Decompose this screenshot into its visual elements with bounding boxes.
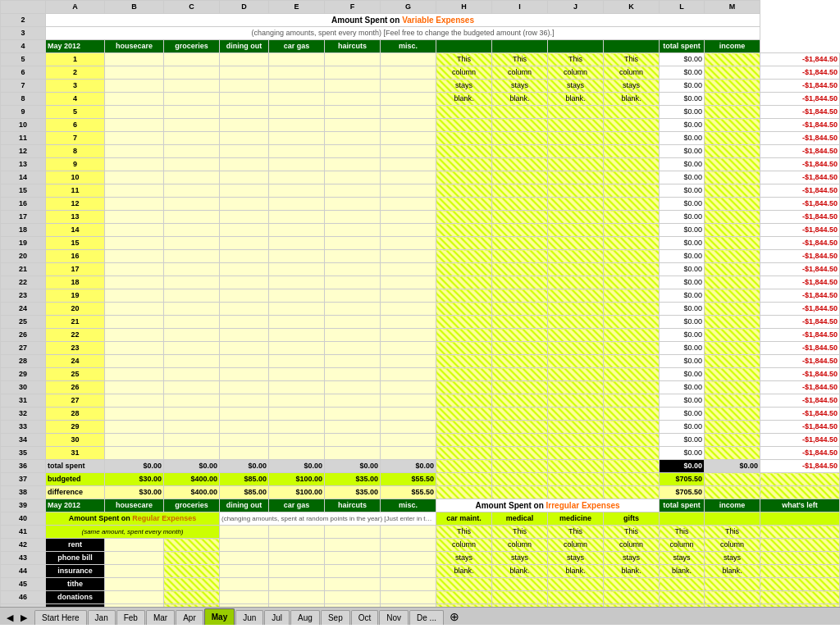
budgeted-d[interactable]: $85.00: [220, 473, 269, 486]
tab-start-here[interactable]: Start Here: [34, 610, 87, 625]
tab-navigation-left[interactable]: ◀: [3, 611, 16, 625]
day2-e[interactable]: [269, 66, 325, 80]
day2-b[interactable]: [105, 66, 164, 80]
budgeted-c[interactable]: $400.00: [164, 473, 220, 486]
day4-c[interactable]: [164, 93, 220, 106]
day1-k-this: This: [604, 53, 660, 66]
phone-label: phone bill: [46, 552, 105, 565]
row-2-num: 2: [1, 14, 46, 27]
col-J: J: [548, 1, 604, 14]
tab-bar: ◀ ▶ Start Here Jan Feb Mar Apr May Jun J…: [0, 607, 840, 625]
tab-sep[interactable]: Sep: [321, 610, 350, 625]
day2-d[interactable]: [220, 66, 269, 80]
tab-aug[interactable]: Aug: [290, 610, 320, 625]
diff-l: $705.50: [660, 486, 705, 499]
col-I: I: [492, 1, 548, 14]
regular-expenses-title: Amount Spent on Regular Expenses: [46, 512, 220, 526]
day2-f[interactable]: [325, 66, 381, 80]
day3-d[interactable]: [220, 80, 269, 93]
tab-oct[interactable]: Oct: [351, 610, 379, 625]
spreadsheet: A B C D E F G H I J K L M 2 Amount Spent…: [0, 0, 840, 607]
day4-f[interactable]: [325, 93, 381, 106]
day2-g[interactable]: [381, 66, 436, 80]
tab-feb[interactable]: Feb: [116, 610, 145, 625]
day3-g[interactable]: [381, 80, 436, 93]
day3-c[interactable]: [164, 80, 220, 93]
tab-navigation-right[interactable]: ▶: [17, 611, 30, 625]
tab-may[interactable]: May: [204, 608, 235, 625]
day3-whats-left: -$1,844.50: [760, 80, 840, 93]
total-spent-row-label: total spent: [46, 460, 105, 473]
day3-total: $0.00: [660, 80, 705, 93]
housecare-label: housecare: [105, 40, 164, 53]
blank-col-i: [492, 40, 548, 53]
day1-c[interactable]: [164, 53, 220, 66]
tab-add[interactable]: ⊕: [446, 608, 463, 625]
tab-jun[interactable]: Jun: [235, 610, 263, 625]
difference-label: difference: [46, 486, 105, 499]
diff-d: $85.00: [220, 486, 269, 499]
day1-m: [705, 53, 760, 66]
day1-g[interactable]: [381, 53, 436, 66]
total-k: $0.00: [660, 460, 705, 473]
col-M: M: [705, 1, 760, 14]
day1-j-this: This: [548, 53, 604, 66]
day2-m: [705, 66, 760, 80]
day2-h-col: column: [436, 66, 492, 80]
blank-col-j: [548, 40, 604, 53]
day1-d[interactable]: [220, 53, 269, 66]
row-7-num: 7: [1, 80, 46, 93]
blank-col-h: [436, 40, 492, 53]
budgeted-f[interactable]: $35.00: [325, 473, 381, 486]
tab-jan[interactable]: Jan: [88, 610, 116, 625]
budgeted-b[interactable]: $30.00: [105, 473, 164, 486]
month-label: May 2012: [46, 40, 105, 53]
day4-e[interactable]: [269, 93, 325, 106]
day4-m: [705, 93, 760, 106]
day4-i-blank: blank.: [492, 93, 548, 106]
diff-e: $100.00: [269, 486, 325, 499]
day2-c[interactable]: [164, 66, 220, 80]
diff-b: $30.00: [105, 486, 164, 499]
day2-i-col: column: [492, 66, 548, 80]
diff-g: $55.50: [381, 486, 436, 499]
tab-jul[interactable]: Jul: [264, 610, 290, 625]
irregular-title-row: Amount Spent on Irregular Expenses: [436, 499, 660, 512]
total-spent-label: total spent: [660, 40, 705, 53]
col-A: A: [46, 1, 105, 14]
total-f: $0.00: [325, 460, 381, 473]
day3-h-stays: stays: [436, 80, 492, 93]
car-gas-label: car gas: [269, 40, 325, 53]
day1-b[interactable]: [105, 53, 164, 66]
row-8-num: 8: [1, 93, 46, 106]
day4-g[interactable]: [381, 93, 436, 106]
tab-mar[interactable]: Mar: [146, 610, 175, 625]
day3-b[interactable]: [105, 80, 164, 93]
day4-total: $0.00: [660, 93, 705, 106]
col-G: G: [381, 1, 436, 14]
total-c: $0.00: [164, 460, 220, 473]
day4-d[interactable]: [220, 93, 269, 106]
day2-total: $0.00: [660, 66, 705, 80]
day1-total: $0.00: [660, 53, 705, 66]
budgeted-g[interactable]: $55.50: [381, 473, 436, 486]
col-E: E: [269, 1, 325, 14]
day1-e[interactable]: [269, 53, 325, 66]
day-3: 3: [46, 80, 105, 93]
day1-h-this: This: [436, 53, 492, 66]
tab-dec[interactable]: De ...: [409, 610, 444, 625]
day3-f[interactable]: [325, 80, 381, 93]
day1-f[interactable]: [325, 53, 381, 66]
tab-nov[interactable]: Nov: [379, 610, 409, 625]
irregular-subtitle: (changing amounts, spent at random point…: [220, 512, 436, 526]
day3-e[interactable]: [269, 80, 325, 93]
col-K: K: [604, 1, 660, 14]
tab-apr[interactable]: Apr: [176, 610, 203, 625]
row-6-num: 6: [1, 66, 46, 80]
col-H: H: [436, 1, 492, 14]
day4-h-blank: blank.: [436, 93, 492, 106]
day-4: 4: [46, 93, 105, 106]
savings-label: savings: [46, 604, 105, 608]
day4-b[interactable]: [105, 93, 164, 106]
budgeted-e[interactable]: $100.00: [269, 473, 325, 486]
